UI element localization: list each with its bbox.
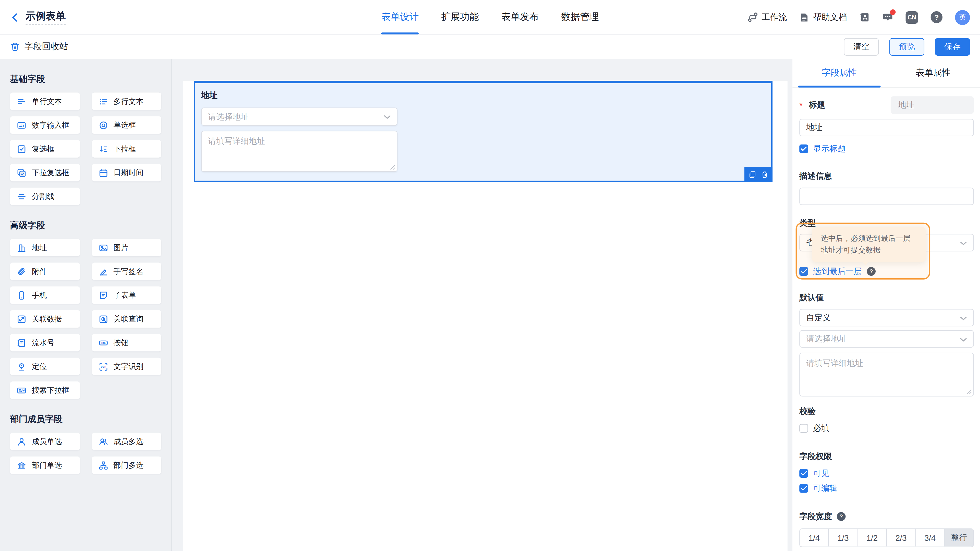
- field-item-department-multi[interactable]: 部门多选: [92, 457, 161, 474]
- selected-field-address[interactable]: 地址 请选择地址 请填写详细地址: [194, 81, 773, 182]
- avatar[interactable]: 英: [955, 10, 970, 25]
- copy-field-icon[interactable]: [748, 170, 756, 178]
- description-input[interactable]: [799, 188, 974, 205]
- field-item-label: 关联数据: [32, 314, 62, 324]
- address-select[interactable]: 请选择地址: [201, 107, 398, 126]
- contacts-icon[interactable]: [859, 12, 870, 23]
- field-item-phone[interactable]: 手机: [10, 287, 80, 304]
- default-address-placeholder: 请选择地址: [806, 333, 847, 344]
- field-item-signature[interactable]: 手写签名: [92, 263, 161, 280]
- recycle-bin-button[interactable]: 字段回收站: [10, 41, 68, 53]
- number-input-icon: 123: [17, 120, 26, 130]
- tab-data-management[interactable]: 数据管理: [561, 0, 599, 35]
- back-nav[interactable]: 示例表单: [10, 10, 65, 25]
- save-button[interactable]: 保存: [935, 38, 970, 56]
- field-item-radio[interactable]: 单选框: [92, 116, 161, 134]
- help-icon[interactable]: ?: [931, 11, 943, 23]
- field-width-selector: 1/41/31/22/33/4整行: [799, 528, 974, 547]
- help-doc-button[interactable]: 帮助文档: [799, 11, 847, 23]
- field-item-attachment[interactable]: 附件: [10, 263, 80, 280]
- chevron-down-icon: [960, 334, 967, 344]
- tab-form-design[interactable]: 表单设计: [381, 0, 419, 35]
- width-option-3[interactable]: 2/3: [886, 529, 915, 547]
- permission-row: 可见: [799, 468, 974, 479]
- default-address-select[interactable]: 请选择地址: [799, 330, 974, 348]
- phone-icon: [17, 291, 26, 300]
- field-item-number-input[interactable]: 123数字输入框: [10, 116, 80, 134]
- last-level-checkbox[interactable]: [799, 267, 808, 276]
- field-item-image[interactable]: 图片: [92, 239, 161, 256]
- form-canvas[interactable]: 地址 请选择地址 请填写详细地址: [172, 59, 792, 551]
- messages-icon[interactable]: [883, 12, 893, 23]
- panel-tab-form-props[interactable]: 表单属性: [886, 59, 980, 87]
- field-item-datetime[interactable]: 日期时间: [92, 164, 161, 182]
- field-item-address[interactable]: 地址: [10, 239, 80, 256]
- field-item-member-single[interactable]: 成员单选: [10, 433, 80, 451]
- panel-tab-field-props[interactable]: 字段属性: [792, 59, 886, 87]
- svg-text:123: 123: [19, 124, 24, 127]
- signature-icon: [99, 267, 108, 276]
- field-item-label: 日期时间: [113, 167, 143, 178]
- member-single-icon: [17, 437, 26, 446]
- permission-row: 可编辑: [799, 483, 974, 494]
- default-mode-select[interactable]: 自定义: [799, 309, 974, 326]
- width-option-1[interactable]: 1/3: [829, 529, 857, 547]
- field-item-related-query[interactable]: 关联查询: [92, 310, 161, 328]
- width-option-5[interactable]: 整行: [944, 529, 973, 547]
- divider-icon: [17, 192, 26, 201]
- last-level-label: 选到最后一层: [813, 266, 862, 277]
- field-item-single-text[interactable]: 单行文本: [10, 92, 80, 110]
- field-item-label: 下拉框: [113, 143, 136, 154]
- field-item-label: 子表单: [113, 290, 136, 301]
- document-icon: [799, 12, 809, 22]
- width-option-2[interactable]: 1/2: [857, 529, 886, 547]
- field-item-related-data[interactable]: 关联数据: [10, 310, 80, 328]
- field-item-department-single[interactable]: 部门单选: [10, 457, 80, 474]
- serial-number-icon: [17, 338, 26, 347]
- clear-button[interactable]: 清空: [844, 38, 879, 56]
- field-item-subform[interactable]: 子表单: [92, 287, 161, 304]
- related-data-icon: [17, 314, 26, 324]
- width-option-0[interactable]: 1/4: [800, 529, 829, 547]
- field-item-ocr[interactable]: OCR文字识别: [92, 358, 161, 375]
- required-checkbox[interactable]: [799, 424, 808, 433]
- checkbox-icon: [17, 144, 26, 153]
- field-width-text: 字段宽度: [799, 511, 832, 522]
- address-detail-textarea[interactable]: 请填写详细地址: [201, 131, 398, 172]
- field-item-divider[interactable]: 分割线: [10, 188, 80, 205]
- workflow-button[interactable]: 工作流: [747, 11, 787, 23]
- field-item-checkbox[interactable]: 复选框: [10, 140, 80, 158]
- delete-field-icon[interactable]: [760, 170, 769, 178]
- field-item-button[interactable]: Btn按钮: [92, 334, 161, 352]
- permission-rows: 可见可编辑: [799, 468, 974, 494]
- permission-checkbox-0[interactable]: [799, 469, 808, 478]
- resize-handle-icon[interactable]: [966, 389, 972, 395]
- field-item-multi-text[interactable]: 多行文本: [92, 92, 161, 110]
- resize-handle-icon[interactable]: [390, 164, 396, 170]
- field-item-label: 成员单选: [32, 436, 62, 447]
- field-item-serial-number[interactable]: 流水号: [10, 334, 80, 352]
- last-level-help-icon[interactable]: ?: [867, 267, 876, 276]
- tab-extensions[interactable]: 扩展功能: [441, 0, 479, 35]
- field-item-label: 手机: [32, 290, 47, 301]
- main-layout: 基础字段单行文本多行文本123数字输入框单选框复选框下拉框下拉复选框日期时间分割…: [0, 59, 980, 551]
- select-icon: [99, 144, 108, 153]
- svg-text:Btn: Btn: [101, 341, 105, 344]
- field-item-member-multi[interactable]: 成员多选: [92, 433, 161, 451]
- permission-checkbox-1[interactable]: [799, 484, 808, 493]
- permission-label: 可见: [813, 468, 829, 479]
- chevron-down-icon: [960, 238, 967, 247]
- language-toggle[interactable]: CN: [906, 11, 918, 24]
- form-designer-app: 示例表单 表单设计扩展功能表单发布数据管理 工作流 帮助文档: [0, 0, 980, 551]
- field-width-help-icon[interactable]: ?: [837, 512, 845, 521]
- tab-form-publish[interactable]: 表单发布: [501, 0, 539, 35]
- preview-button[interactable]: 预览: [889, 38, 924, 56]
- title-input[interactable]: 地址: [799, 119, 974, 136]
- show-title-checkbox[interactable]: [799, 145, 808, 153]
- field-item-multi-select[interactable]: 下拉复选框: [10, 164, 80, 182]
- field-item-location[interactable]: 定位: [10, 358, 80, 375]
- default-detail-textarea[interactable]: 请填写详细地址: [799, 353, 974, 396]
- field-item-select[interactable]: 下拉框: [92, 140, 161, 158]
- field-item-search-select[interactable]: 搜索下拉框: [10, 381, 80, 399]
- width-option-4[interactable]: 3/4: [915, 529, 944, 547]
